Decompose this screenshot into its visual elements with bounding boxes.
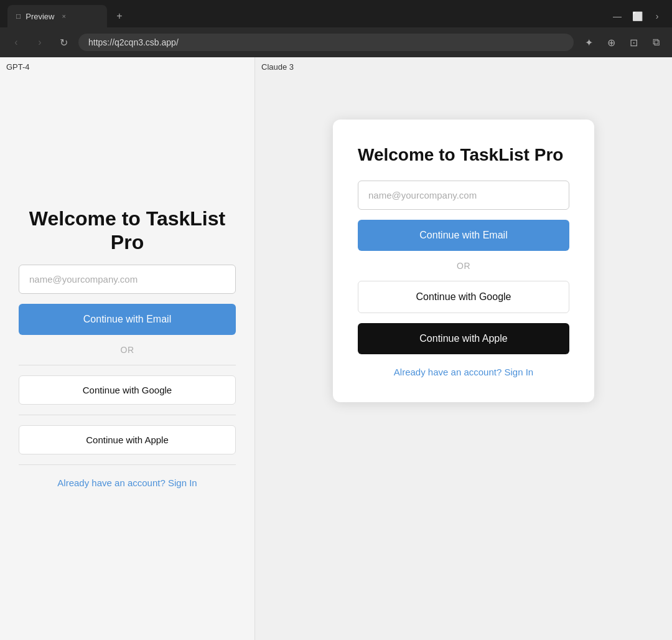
gpt4-divider-mid — [19, 415, 236, 415]
claude3-continue-apple-button[interactable]: Continue with Apple — [358, 323, 569, 354]
tab-close-button[interactable]: × — [62, 12, 66, 20]
claude3-or-divider: OR — [358, 261, 569, 271]
gpt4-divider-top — [19, 365, 236, 365]
left-panel-gpt4: GPT-4 Welcome to TaskList Pro Continue w… — [0, 57, 255, 640]
gpt4-welcome-title: Welcome to TaskList Pro — [19, 207, 236, 255]
toolbar-icons: ✦ ⊕ ⊡ ⧉ — [580, 34, 665, 51]
url-bar[interactable]: https://q2cqn3.csb.app/ — [78, 34, 574, 51]
gpt4-label: GPT-4 — [0, 57, 36, 77]
gpt4-continue-google-button[interactable]: Continue with Google — [19, 375, 236, 405]
claude3-sign-in-link[interactable]: Already have an account? Sign In — [358, 367, 569, 377]
window-controls: — ⬜ › — [610, 9, 665, 24]
navigate-forward-button[interactable]: › — [650, 9, 665, 24]
crosshair-icon[interactable]: ⊕ — [602, 34, 620, 51]
browser-chrome: □ Preview × + — ⬜ › ‹ › ↻ https://q2cqn3… — [0, 0, 672, 57]
gpt4-sign-in-link[interactable]: Already have an account? Sign In — [57, 478, 197, 488]
gpt4-divider-bottom — [19, 464, 236, 465]
sparkle-icon[interactable]: ✦ — [580, 34, 597, 51]
expand-button[interactable]: ⬜ — [630, 9, 645, 24]
claude3-card: Welcome to TaskList Pro Continue with Em… — [333, 120, 594, 402]
tab-bar: □ Preview × + — ⬜ › — [0, 0, 672, 27]
tab-page-icon: □ — [16, 12, 21, 21]
address-bar: ‹ › ↻ https://q2cqn3.csb.app/ ✦ ⊕ ⊡ ⧉ — [0, 27, 672, 57]
url-text: https://q2cqn3.csb.app/ — [88, 37, 179, 47]
gpt4-form-container: Welcome to TaskList Pro Continue with Em… — [19, 207, 236, 488]
back-button[interactable]: ‹ — [7, 34, 25, 51]
claude3-continue-email-button[interactable]: Continue with Email — [358, 220, 569, 251]
tab-title: Preview — [26, 12, 54, 21]
active-tab[interactable]: □ Preview × — [7, 5, 107, 27]
right-panel-claude3: Claude 3 Welcome to TaskList Pro Continu… — [255, 57, 672, 640]
minimize-button[interactable]: — — [610, 9, 625, 24]
claude3-continue-google-button[interactable]: Continue with Google — [358, 281, 569, 313]
gpt4-or-divider: OR — [121, 345, 134, 355]
popout-icon[interactable]: ⧉ — [647, 34, 665, 51]
refresh-button[interactable]: ↻ — [55, 34, 72, 51]
claude3-label: Claude 3 — [255, 57, 300, 77]
gpt4-email-input[interactable] — [19, 265, 236, 294]
screenshot-icon[interactable]: ⊡ — [625, 34, 642, 51]
new-tab-button[interactable]: + — [111, 7, 128, 25]
claude3-welcome-title: Welcome to TaskList Pro — [358, 144, 569, 166]
content-area: GPT-4 Welcome to TaskList Pro Continue w… — [0, 57, 672, 640]
claude3-email-input[interactable] — [358, 181, 569, 210]
forward-button[interactable]: › — [31, 34, 49, 51]
gpt4-continue-apple-button[interactable]: Continue with Apple — [19, 425, 236, 454]
gpt4-continue-email-button[interactable]: Continue with Email — [19, 304, 236, 335]
